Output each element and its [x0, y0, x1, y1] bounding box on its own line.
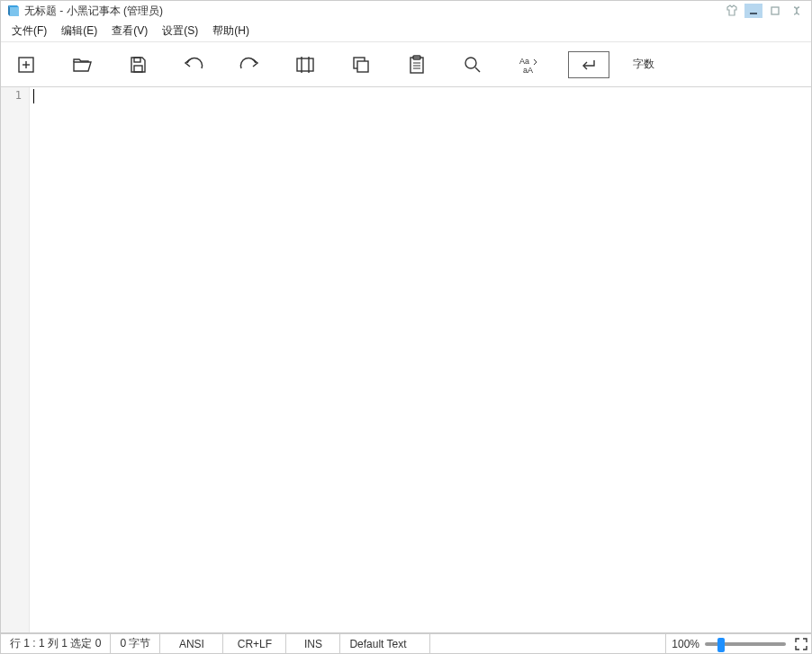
- svg-rect-9: [134, 66, 142, 72]
- window-controls: [723, 4, 806, 18]
- status-line-ending[interactable]: CR+LF: [223, 634, 286, 653]
- status-bar: 行 1 : 1 列 1 选定 0 0 字节 ANSI CR+LF INS Def…: [1, 633, 811, 653]
- svg-marker-1: [8, 5, 10, 16]
- paste-button[interactable]: [401, 49, 433, 80]
- save-button[interactable]: [122, 49, 154, 80]
- minimize-button[interactable]: [744, 4, 762, 18]
- undo-button[interactable]: [177, 49, 210, 80]
- svg-marker-0: [8, 5, 19, 7]
- svg-point-20: [465, 58, 476, 68]
- app-window: 无标题 - 小黑记事本 (管理员) 文件(F) 编辑(E) 查看(V) 设置(S…: [0, 0, 812, 654]
- skin-icon[interactable]: [723, 4, 741, 18]
- text-editor[interactable]: [30, 87, 811, 632]
- menu-settings[interactable]: 设置(S): [155, 21, 205, 41]
- menu-edit[interactable]: 编辑(E): [54, 21, 104, 41]
- maximize-button[interactable]: [766, 4, 784, 18]
- status-size[interactable]: 0 字节: [111, 634, 160, 653]
- window-title: 无标题 - 小黑记事本 (管理员): [24, 4, 163, 19]
- toolbar: AaaA 字数: [1, 42, 811, 87]
- title-bar: 无标题 - 小黑记事本 (管理员): [1, 1, 811, 21]
- case-convert-button[interactable]: AaaA: [512, 49, 545, 80]
- fullscreen-button[interactable]: [791, 634, 811, 653]
- zoom-percent[interactable]: 100%: [672, 638, 699, 650]
- svg-line-21: [475, 67, 480, 72]
- text-caret: [33, 89, 34, 103]
- redo-button[interactable]: [233, 49, 266, 80]
- cut-button[interactable]: [289, 49, 321, 80]
- open-file-button[interactable]: [66, 49, 98, 80]
- svg-rect-14: [357, 61, 368, 72]
- status-position[interactable]: 行 1 : 1 列 1 选定 0: [1, 634, 111, 653]
- menu-help[interactable]: 帮助(H): [205, 21, 257, 41]
- close-button[interactable]: [788, 4, 806, 18]
- svg-text:aA: aA: [523, 66, 533, 75]
- svg-rect-4: [771, 7, 779, 14]
- zoom-slider[interactable]: [705, 642, 786, 646]
- app-icon: [6, 4, 21, 18]
- status-insert-mode[interactable]: INS: [286, 634, 340, 653]
- line-number: 1: [1, 89, 22, 102]
- menu-view[interactable]: 查看(V): [104, 21, 155, 41]
- menu-bar: 文件(F) 编辑(E) 查看(V) 设置(S) 帮助(H): [1, 21, 811, 42]
- word-count-button[interactable]: 字数: [633, 57, 654, 72]
- status-language[interactable]: Default Text: [340, 634, 430, 653]
- word-wrap-button[interactable]: [568, 51, 609, 78]
- svg-rect-10: [297, 58, 313, 71]
- search-button[interactable]: [456, 49, 489, 80]
- new-file-button[interactable]: [10, 49, 42, 80]
- status-encoding[interactable]: ANSI: [160, 634, 223, 653]
- svg-rect-8: [134, 58, 140, 62]
- editor-area: 1: [1, 87, 811, 633]
- svg-marker-2: [10, 7, 19, 16]
- copy-button[interactable]: [345, 49, 377, 80]
- svg-text:Aa: Aa: [519, 57, 529, 66]
- zoom-control: 100%: [666, 634, 791, 653]
- menu-file[interactable]: 文件(F): [5, 21, 54, 41]
- line-number-gutter: 1: [1, 87, 30, 632]
- zoom-thumb[interactable]: [717, 638, 725, 652]
